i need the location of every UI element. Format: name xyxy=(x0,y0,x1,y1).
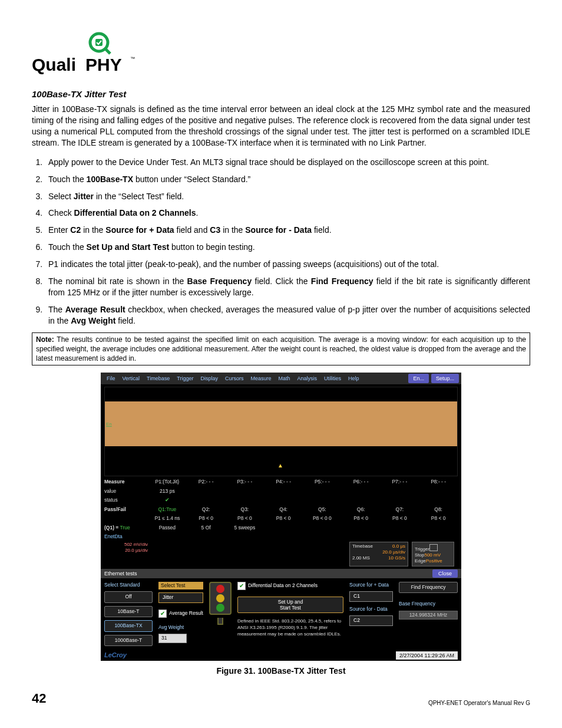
definition-text: Defined in IEEE Std. 803.2-2000, 25.4.5,… xyxy=(237,618,343,637)
p2-label: P2:- - - xyxy=(187,479,226,485)
q2: Q2: xyxy=(187,506,226,513)
ethernet-panel: Select Standard Off 10Base-T 100Base-TX … xyxy=(101,578,461,650)
p1-value: 213 ps xyxy=(148,488,187,495)
average-result-label: Average Result xyxy=(169,610,203,617)
menu-display[interactable]: Display xyxy=(197,374,222,383)
passfail-label: Pass/Fail xyxy=(104,506,148,513)
timebase-card[interactable]: Timebase0.0 µs 20.0 µs/div 2.00 MS10 GS/… xyxy=(349,542,408,566)
step-6: Touch the Set Up and Start Test button t… xyxy=(45,242,530,253)
setup-start-button[interactable]: Set Up and Start Test xyxy=(237,597,343,613)
menu-utilities[interactable]: Utilities xyxy=(320,374,345,383)
q4: Q4: xyxy=(264,506,303,513)
select-standard-label: Select Standard xyxy=(104,582,153,588)
doc-id: QPHY-ENET Operator's Manual Rev G xyxy=(428,699,530,707)
diff-data-label: Differential Data on 2 Channels xyxy=(248,582,318,589)
q8: Q8: xyxy=(419,506,458,513)
avg-weight-input[interactable]: 31 xyxy=(158,634,187,643)
passfail-row: Pass/Fail Q1:True Q2: Q3: Q4: Q5: Q6: Q7… xyxy=(101,505,461,514)
select-test-dropdown[interactable]: Jitter xyxy=(158,592,203,602)
p8-label: P8:- - - xyxy=(419,479,458,485)
note-label: Note: xyxy=(36,335,54,344)
p5-label: P5:- - - xyxy=(303,479,342,485)
src-plus-label: Source for + Data xyxy=(349,582,393,588)
enetdta-strip: EnetDta xyxy=(101,532,461,541)
q3: Q3: xyxy=(226,506,265,513)
passfail-cond-row: P1 ≤ 1.4 ns P8 < 0 P8 < 0 P8 < 0 P8 < 0 … xyxy=(101,514,461,523)
menu-vertical[interactable]: Vertical xyxy=(119,374,144,383)
p7-label: P7:- - - xyxy=(381,479,419,485)
q1: Q1:True xyxy=(148,506,187,513)
q1-cond: P1 ≤ 1.4 ns xyxy=(148,515,187,522)
steps-list: Apply power to the Device Under Test. An… xyxy=(45,157,530,327)
brand-logo: LeCroy xyxy=(104,651,127,660)
std-10base-t-button[interactable]: 10Base-T xyxy=(104,606,153,617)
measure-row: Measure P1:(Tot.Jit) P2:- - - P3:- - - P… xyxy=(101,477,461,486)
step-7: P1 indicates the total jitter (peak-to-p… xyxy=(45,259,530,270)
trash-icon xyxy=(429,544,438,551)
base-frequency-label: Base Frequency xyxy=(399,601,458,607)
enet-tdiv: 20.0 µs/div xyxy=(104,548,148,554)
src-minus-label: Source for - Data xyxy=(349,606,393,612)
std-100base-tx-button[interactable]: 100Base-TX xyxy=(104,620,153,631)
step-1: Apply power to the Device Under Test. An… xyxy=(45,157,530,168)
svg-text:Quali: Quali xyxy=(32,55,76,74)
value-label: value xyxy=(104,488,148,495)
find-frequency-button[interactable]: Find Frequency xyxy=(399,582,458,593)
frequency-column: Find Frequency Base Frequency 124.998324… xyxy=(399,582,458,620)
note-box: Note: The results continue to be tested … xyxy=(32,332,530,366)
q7: Q7: xyxy=(381,506,419,513)
std-off-button[interactable]: Off xyxy=(104,591,153,602)
en-button[interactable]: En... xyxy=(408,374,429,383)
center-column: Differential Data on 2 Channels Set Up a… xyxy=(237,582,343,638)
menu-timebase[interactable]: Timebase xyxy=(143,374,173,383)
step-4: Check Differential Data on 2 Channels. xyxy=(45,207,530,219)
menu-cursors[interactable]: Cursors xyxy=(222,374,247,383)
ethernet-tests-header: Ethernet tests Close xyxy=(101,569,461,578)
timestamp: 2/27/2004 11:29:26 AM xyxy=(396,651,458,660)
q5: Q5: xyxy=(303,506,342,513)
menu-file[interactable]: File xyxy=(103,374,119,383)
ethernet-tests-title: Ethernet tests xyxy=(104,570,137,577)
base-frequency-value: 124.998324 MHz xyxy=(399,611,458,620)
trigger-card[interactable]: Trigger Stop500 mV EdgePositive xyxy=(412,542,454,566)
page-footer: 42 QPHY-ENET Operator's Manual Rev G xyxy=(32,690,530,707)
measure-status-row: status ✔ xyxy=(101,496,461,505)
status-label: status xyxy=(104,497,148,503)
menu-measure[interactable]: Measure xyxy=(247,374,275,383)
step-8: The nominal bit rate is shown in the Bas… xyxy=(45,276,530,298)
q1-summary-row: (Q1) = True Passed 5 Of 5 sweeps xyxy=(101,523,461,532)
measure-value-row: value 213 ps xyxy=(101,487,461,496)
select-test-column: Select Test Jitter Average Result Avg We… xyxy=(158,582,203,643)
setup-button[interactable]: Setup... xyxy=(431,374,459,383)
intro-paragraph: Jitter in 100Base-TX signals is defined … xyxy=(32,104,530,149)
src-minus-dropdown[interactable]: C2 xyxy=(349,615,393,625)
p1-label: P1:(Tot.Jit) xyxy=(148,479,187,485)
figure-caption: Figure 31. 100Base-TX Jitter Test xyxy=(32,666,530,677)
trigger-cursor-icon: ▲ xyxy=(277,462,283,470)
enet-vdiv: 502 mV/div xyxy=(104,542,148,548)
section-title: 100Base-TX Jitter Test xyxy=(32,88,530,100)
svg-rect-1 xyxy=(95,39,103,46)
svg-line-2 xyxy=(105,49,110,54)
enetdta-label[interactable]: EnetDta xyxy=(104,533,123,540)
shot-footer: LeCroy 2/27/2004 11:29:26 AM xyxy=(101,650,461,661)
oscilloscope-screenshot: File Vertical Timebase Trigger Display C… xyxy=(101,373,461,661)
step-5: Enter C2 in the Source for + Data field … xyxy=(45,225,530,236)
std-1000base-t-button[interactable]: 1000Base-T xyxy=(104,635,153,646)
scope-en-label: En xyxy=(106,421,112,428)
measure-label: Measure xyxy=(104,479,148,485)
average-result-checkbox[interactable] xyxy=(158,610,167,618)
menu-trigger[interactable]: Trigger xyxy=(173,374,197,383)
diff-data-checkbox[interactable] xyxy=(237,582,246,590)
note-body: The results continue to be tested agains… xyxy=(36,335,526,363)
step-3: Select Jitter in the “Select Test” field… xyxy=(45,191,530,202)
menu-analysis[interactable]: Analysis xyxy=(293,374,320,383)
menu-math[interactable]: Math xyxy=(275,374,293,383)
scope-plot: En ▲ xyxy=(104,387,458,476)
close-button[interactable]: Close xyxy=(432,569,458,578)
svg-text:™: ™ xyxy=(130,56,135,61)
p4-label: P4:- - - xyxy=(264,479,303,485)
select-standard-column: Select Standard Off 10Base-T 100Base-TX … xyxy=(104,582,153,646)
src-plus-dropdown[interactable]: C1 xyxy=(349,591,393,601)
menu-help[interactable]: Help xyxy=(345,374,363,383)
